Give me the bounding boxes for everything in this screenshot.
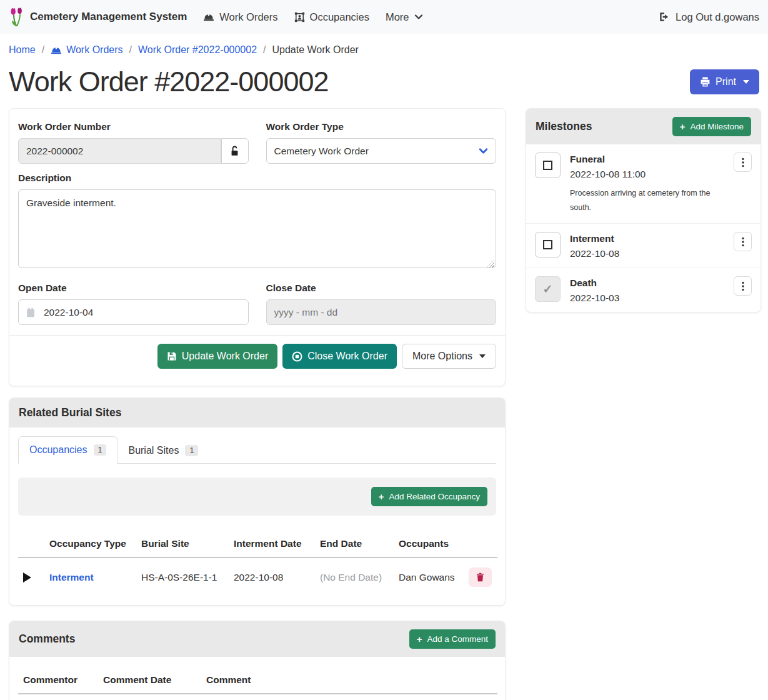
description-textarea[interactable]	[18, 189, 496, 268]
hard-hat-icon	[51, 45, 62, 55]
milestone-checkbox-checked[interactable]: ✓	[535, 276, 561, 302]
milestone-menu-button[interactable]	[734, 152, 752, 172]
end-date-cell: (No End Date)	[315, 558, 394, 596]
logout-button[interactable]: Log Out d.gowans	[659, 11, 759, 23]
hard-hat-icon	[203, 12, 214, 22]
occupancies-count-badge: 1	[94, 444, 107, 456]
open-date-input[interactable]: 2022-10-04	[18, 299, 249, 325]
calendar-icon	[26, 308, 35, 318]
work-order-type-select[interactable]: Cemetery Work Order	[266, 138, 497, 164]
description-label: Description	[18, 172, 496, 184]
col-end-date: End Date	[315, 532, 394, 558]
print-button[interactable]: Print	[690, 69, 759, 94]
caret-down-icon	[479, 354, 486, 358]
kebab-icon	[742, 281, 744, 291]
breadcrumb: Home / Work Orders / Work Order #2022-00…	[0, 34, 768, 64]
milestones-title: Milestones	[536, 120, 592, 133]
close-work-order-button[interactable]: Close Work Order	[282, 344, 397, 369]
breadcrumb-work-orders[interactable]: Work Orders	[51, 44, 122, 56]
milestones-card: Milestones + Add Milestone Funeral 2022-…	[526, 108, 761, 312]
save-icon	[167, 351, 177, 361]
milestone-title: Funeral	[570, 154, 752, 165]
unlock-icon	[230, 146, 239, 157]
occupancies-toolbar: + Add Related Occupancy	[18, 478, 496, 516]
open-date-label: Open Date	[18, 282, 249, 294]
col-occupancy-type: Occupancy Type	[44, 532, 136, 558]
milestone-checkbox[interactable]	[535, 152, 561, 178]
burial-sites-count-badge: 1	[185, 445, 198, 456]
milestone-menu-button[interactable]	[734, 232, 752, 251]
col-commentor: Commentor	[18, 668, 98, 694]
plus-icon: +	[379, 492, 384, 501]
col-burial-site: Burial Site	[136, 532, 229, 558]
add-milestone-button[interactable]: + Add Milestone	[672, 117, 751, 136]
expand-row-button[interactable]	[23, 572, 31, 582]
nav-occupancies[interactable]: Occupancies	[294, 11, 369, 23]
comments-card: Comments + Add a Comment Commentor Comme…	[9, 621, 506, 700]
top-navbar: Cemetery Management System Work Orders O	[0, 0, 768, 34]
plus-icon: +	[417, 634, 422, 644]
stop-circle-icon	[292, 351, 302, 362]
related-tabs: Occupancies 1 Burial Sites 1	[18, 436, 496, 464]
caret-down-icon	[743, 80, 749, 84]
page-title: Work Order #2022-000002	[9, 66, 329, 98]
app-title: Cemetery Management System	[30, 11, 187, 23]
chevron-down-icon	[414, 14, 423, 20]
occupancy-type-link[interactable]: Interment	[49, 572, 94, 582]
commentor-cell: d.gowans	[18, 694, 98, 700]
plus-icon: +	[680, 122, 686, 131]
breadcrumb-home[interactable]: Home	[9, 44, 36, 56]
related-burial-sites-card: Related Burial Sites Occupancies 1 Buria…	[9, 398, 506, 606]
col-comment-date: Comment Date	[98, 668, 201, 694]
occupancies-table: Occupancy Type Burial Site Interment Dat…	[18, 532, 497, 596]
trash-icon	[476, 572, 484, 582]
milestone-title: Interment	[570, 233, 752, 244]
nav-more[interactable]: More	[386, 11, 423, 23]
tulip-logo-icon	[9, 7, 24, 28]
update-work-order-button[interactable]: Update Work Order	[157, 344, 277, 369]
printer-icon	[700, 77, 711, 87]
unlock-button[interactable]	[221, 138, 248, 164]
milestone-item-funeral: Funeral 2022-10-08 11:00 Procession arri…	[526, 144, 761, 224]
tab-occupancies[interactable]: Occupancies 1	[18, 436, 117, 464]
app-brand[interactable]: Cemetery Management System	[9, 7, 187, 28]
occupancy-row: Interment HS-A-0S-26E-1-1 2022-10-08 (No…	[18, 558, 497, 596]
add-comment-button[interactable]: + Add a Comment	[409, 629, 496, 649]
milestone-title: Death	[570, 278, 752, 289]
milestone-description: Procession arriving at cemetery from the…	[570, 186, 715, 215]
milestone-checkbox[interactable]	[535, 232, 561, 258]
breadcrumb-work-order-number[interactable]: Work Order #2022-000002	[138, 44, 257, 56]
milestone-item-death: ✓ Death 2022-10-03	[526, 268, 761, 312]
milestone-date: 2022-10-03	[570, 292, 752, 304]
tab-burial-sites[interactable]: Burial Sites 1	[117, 438, 209, 464]
close-date-input	[266, 299, 497, 325]
occupants-cell: Dan Gowans	[394, 558, 464, 596]
more-options-button[interactable]: More Options	[402, 344, 496, 369]
work-order-type-label: Work Order Type	[266, 121, 497, 132]
milestone-date: 2022-10-08	[570, 248, 752, 259]
comment-date-cell: 2022-10-07 10:08	[98, 694, 201, 700]
comments-table: Commentor Comment Date Comment d.gowans …	[18, 668, 497, 700]
interment-date-cell: 2022-10-08	[229, 558, 315, 596]
sign-out-icon	[659, 12, 670, 22]
add-related-occupancy-button[interactable]: + Add Related Occupancy	[371, 487, 487, 506]
breadcrumb-current: Update Work Order	[272, 44, 358, 56]
delete-occupancy-button[interactable]	[469, 568, 492, 587]
occupancy-icon	[294, 12, 305, 22]
col-interment-date: Interment Date	[229, 532, 315, 558]
kebab-icon	[742, 237, 744, 247]
chevron-down-icon	[479, 148, 488, 154]
milestone-date: 2022-10-08 11:00	[570, 169, 752, 180]
nav-work-orders[interactable]: Work Orders	[203, 11, 277, 23]
check-icon: ✓	[543, 282, 553, 296]
milestone-item-interment: Interment 2022-10-08	[526, 224, 761, 268]
kebab-icon	[742, 158, 744, 168]
milestone-menu-button[interactable]	[734, 276, 752, 296]
work-order-number-label: Work Order Number	[18, 121, 249, 132]
related-burial-sites-title: Related Burial Sites	[19, 406, 121, 419]
close-date-label: Close Date	[266, 282, 497, 294]
burial-site-cell: HS-A-0S-26E-1-1	[136, 558, 229, 596]
work-order-number-input	[18, 138, 221, 164]
col-occupants: Occupants	[394, 532, 464, 558]
work-order-form-card: Work Order Number	[9, 108, 506, 386]
